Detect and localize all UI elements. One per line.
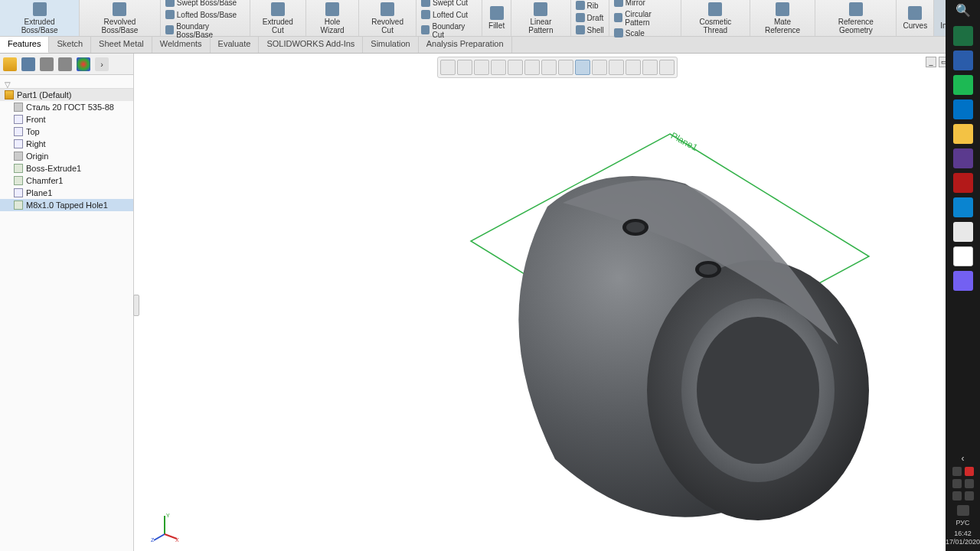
tree-item-tapped-hole[interactable]: M8x1.0 Tapped Hole1 bbox=[0, 199, 133, 211]
extruded-boss-button[interactable]: Extruded Boss/Base bbox=[0, 0, 80, 36]
tray-wifi-icon[interactable] bbox=[965, 479, 974, 488]
curves-button[interactable]: Curves bbox=[897, 0, 934, 36]
lofted-boss-icon bbox=[165, 10, 175, 19]
hide-show-button[interactable] bbox=[541, 60, 557, 75]
ribbon: Extruded Boss/Base Revolved Boss/Base Sw… bbox=[0, 0, 980, 37]
tree-item-material[interactable]: Сталь 20 ГОСТ 535-88 bbox=[0, 101, 133, 113]
mirror-button[interactable]: Mirror bbox=[612, 0, 678, 9]
tray-volume-icon[interactable] bbox=[952, 491, 962, 500]
tab-simulation[interactable]: Simulation bbox=[363, 37, 418, 53]
view-cube-button[interactable] bbox=[609, 60, 624, 75]
tree-item-front[interactable]: Front bbox=[0, 113, 133, 126]
view-misc3-button[interactable] bbox=[659, 60, 675, 75]
display-manager-tab-icon[interactable] bbox=[77, 57, 90, 71]
display-style-button[interactable] bbox=[524, 60, 540, 75]
property-manager-tab-icon[interactable] bbox=[21, 57, 35, 71]
hole-wizard-button[interactable]: Hole Wizard bbox=[306, 0, 359, 36]
viber-app-icon[interactable] bbox=[953, 271, 973, 291]
tray-icon[interactable] bbox=[952, 467, 962, 476]
sidebar-splitter[interactable] bbox=[133, 295, 139, 316]
tab-addins[interactable]: SOLIDWORKS Add-Ins bbox=[259, 37, 363, 53]
fillet-button[interactable]: Fillet bbox=[482, 0, 511, 36]
tray-action-center-icon[interactable] bbox=[957, 505, 969, 516]
cut-small-group: Swept Cut Lofted Cut Boundary Cut bbox=[416, 0, 482, 36]
doc-min-button[interactable]: _ bbox=[926, 57, 936, 67]
tree-item-label: Top bbox=[26, 127, 40, 136]
scale-button[interactable]: Scale bbox=[612, 28, 678, 40]
circular-pattern-icon bbox=[614, 13, 623, 22]
tree-item-top[interactable]: Top bbox=[0, 126, 133, 138]
tab-analysis-prep[interactable]: Analysis Preparation bbox=[419, 37, 512, 53]
shell-button[interactable]: Shell bbox=[574, 24, 606, 37]
opera-app-icon[interactable] bbox=[953, 222, 973, 242]
tray-chevron-icon[interactable]: ‹ bbox=[962, 453, 965, 464]
clock-date: 17/01/2020 bbox=[946, 538, 980, 546]
excel-app-icon[interactable] bbox=[953, 26, 973, 46]
extruded-cut-button[interactable]: Extruded Cut bbox=[250, 0, 306, 36]
tab-evaluate[interactable]: Evaluate bbox=[211, 37, 260, 53]
panel-expand-icon[interactable]: › bbox=[95, 57, 109, 71]
tree-item-label: Front bbox=[26, 115, 46, 124]
tree-item-boss-extrude[interactable]: Boss-Extrude1 bbox=[0, 162, 133, 174]
tree-item-chamfer[interactable]: Chamfer1 bbox=[0, 174, 133, 187]
tree-item-label: Right bbox=[26, 139, 46, 148]
lofted-cut-button[interactable]: Lofted Cut bbox=[420, 9, 479, 21]
file-explorer-app-icon[interactable] bbox=[953, 124, 973, 144]
swept-boss-button[interactable]: Swept Boss/Base bbox=[164, 0, 247, 9]
feature-tree-tab-icon[interactable] bbox=[3, 57, 17, 71]
svg-text:X: X bbox=[175, 537, 179, 542]
lofted-boss-button[interactable]: Lofted Boss/Base bbox=[164, 9, 247, 21]
edit-appearance-button[interactable] bbox=[558, 60, 573, 75]
view-orientation-button[interactable] bbox=[440, 60, 456, 75]
tab-features[interactable]: Features bbox=[0, 37, 49, 53]
dimxpert-tab-icon[interactable] bbox=[58, 57, 72, 71]
tree-item-label: Chamfer1 bbox=[26, 176, 63, 185]
tree-item-plane1[interactable]: Plane1 bbox=[0, 187, 133, 199]
graphics-viewport[interactable]: _ ▭ □ × bbox=[134, 54, 980, 551]
chrome-app-icon[interactable] bbox=[953, 246, 973, 266]
extruded-cut-icon bbox=[271, 2, 285, 16]
plane-icon bbox=[14, 188, 23, 197]
search-icon[interactable]: 🔍 bbox=[954, 3, 972, 21]
mate-reference-button[interactable]: Mate Reference bbox=[750, 0, 815, 36]
draft-button[interactable]: Draft bbox=[574, 12, 606, 24]
revolved-cut-button[interactable]: Revolved Cut bbox=[359, 0, 416, 36]
tray-network-icon[interactable] bbox=[952, 479, 962, 488]
tree-item-origin[interactable]: Origin bbox=[0, 150, 133, 162]
calendar-app-icon[interactable] bbox=[953, 51, 973, 70]
circular-pattern-button[interactable]: Circular Pattern bbox=[612, 9, 678, 28]
cosmetic-thread-button[interactable]: Cosmetic Thread bbox=[681, 0, 750, 36]
tab-sheet-metal[interactable]: Sheet Metal bbox=[91, 37, 152, 53]
spotify-app-icon[interactable] bbox=[953, 75, 973, 95]
photos-app-icon[interactable] bbox=[953, 148, 973, 168]
view-misc-button[interactable] bbox=[626, 60, 641, 75]
tree-item-right[interactable]: Right bbox=[0, 138, 133, 150]
zoom-fit-button[interactable] bbox=[457, 60, 472, 75]
tray-onedrive-icon[interactable] bbox=[965, 491, 974, 500]
view-settings-button[interactable] bbox=[592, 60, 607, 75]
configuration-manager-tab-icon[interactable] bbox=[40, 57, 54, 71]
taskbar-clock[interactable]: 16:42 17/01/2020 bbox=[946, 530, 980, 546]
coordinate-triad[interactable]: Y Z X bbox=[149, 511, 180, 542]
view-misc2-button[interactable] bbox=[642, 60, 658, 75]
previous-view-button[interactable] bbox=[491, 60, 506, 75]
apply-scene-button[interactable] bbox=[575, 60, 590, 75]
svg-line-12 bbox=[154, 534, 165, 540]
reference-geometry-button[interactable]: Reference Geometry bbox=[815, 0, 897, 36]
edge-app-icon[interactable] bbox=[953, 197, 973, 217]
tab-sketch[interactable]: Sketch bbox=[49, 37, 91, 53]
tab-weldments[interactable]: Weldments bbox=[152, 37, 211, 53]
zoom-area-button[interactable] bbox=[474, 60, 489, 75]
revolved-boss-button[interactable]: Revolved Boss/Base bbox=[80, 0, 161, 36]
rib-button[interactable]: Rib bbox=[574, 0, 606, 12]
outlook-app-icon[interactable] bbox=[953, 99, 973, 119]
tray-record-icon[interactable] bbox=[965, 467, 974, 476]
tree-filter[interactable]: ▽ bbox=[0, 75, 133, 89]
swept-cut-button[interactable]: Swept Cut bbox=[420, 0, 479, 9]
tree-root[interactable]: Part1 (Default) bbox=[0, 89, 133, 101]
linear-pattern-button[interactable]: Linear Pattern bbox=[511, 0, 570, 36]
section-view-button[interactable] bbox=[508, 60, 523, 75]
solidworks-app-icon[interactable] bbox=[953, 173, 973, 193]
tree-item-label: Сталь 20 ГОСТ 535-88 bbox=[26, 103, 114, 112]
input-language[interactable]: РУС bbox=[956, 519, 969, 527]
